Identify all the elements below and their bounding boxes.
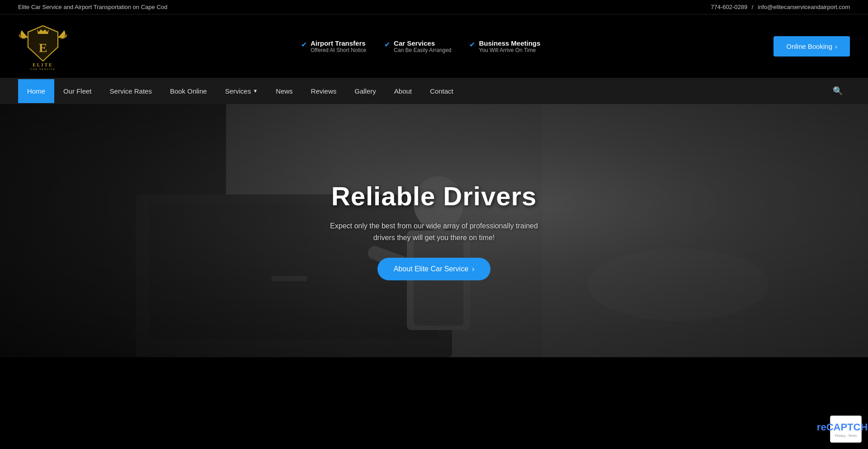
booking-label: Online Booking: [786, 43, 832, 50]
hero-cta-label: About Elite Car Service: [394, 265, 468, 273]
hero-cta-arrow: ›: [472, 265, 474, 273]
online-booking-button[interactable]: Online Booking ›: [774, 36, 850, 57]
feature-title-3: Business Meetings: [479, 39, 540, 47]
feature-title-1: Airport Transfers: [311, 39, 366, 47]
hero-content: Reliable Drivers Expect only the best fr…: [321, 172, 547, 289]
feature-title-2: Car Services: [394, 39, 451, 47]
feature-car-services: ✔ Car Services Can Be Easily Arranged: [384, 39, 451, 53]
svg-text:ELITE: ELITE: [33, 62, 53, 67]
main-nav: Home Our Fleet Service Rates Book Online…: [0, 78, 868, 104]
svg-text:E: E: [39, 41, 47, 55]
feature-business-meetings: ✔ Business Meetings You Will Arrive On T…: [469, 39, 540, 53]
booking-arrow: ›: [835, 43, 837, 50]
nav-about[interactable]: About: [385, 79, 421, 103]
hero-subtitle: Expect only the best from our wide array…: [330, 220, 538, 243]
check-icon-3: ✔: [469, 40, 475, 49]
nav-service-rates[interactable]: Service Rates: [101, 79, 161, 103]
hero-section: Reliable Drivers Expect only the best fr…: [0, 104, 868, 357]
header: E ELITE CAR SERVICE ✔ Airport Transfers …: [0, 14, 868, 78]
email-link[interactable]: info@elitecarserviceandairport.com: [758, 4, 850, 10]
nav-our-fleet[interactable]: Our Fleet: [54, 79, 101, 103]
feature-sub-2: Can Be Easily Arranged: [394, 47, 451, 53]
nav-services[interactable]: Services ▼: [216, 79, 267, 103]
feature-sub-1: Offered At Short Notice: [311, 47, 366, 53]
nav-book-online[interactable]: Book Online: [161, 79, 216, 103]
hero-cta-button[interactable]: About Elite Car Service ›: [377, 258, 491, 280]
top-bar: Elite Car Service and Airport Transporta…: [0, 0, 868, 14]
nav-gallery[interactable]: Gallery: [345, 79, 385, 103]
check-icon-1: ✔: [301, 40, 307, 49]
nav-reviews[interactable]: Reviews: [302, 79, 346, 103]
tagline: Elite Car Service and Airport Transporta…: [18, 4, 167, 10]
nav-home[interactable]: Home: [18, 79, 54, 103]
dropdown-arrow-icon: ▼: [253, 88, 258, 94]
features-list: ✔ Airport Transfers Offered At Short Not…: [301, 39, 540, 53]
separator: /: [752, 4, 754, 10]
nav-contact[interactable]: Contact: [421, 79, 462, 103]
nav-news[interactable]: News: [267, 79, 302, 103]
feature-airport-transfers: ✔ Airport Transfers Offered At Short Not…: [301, 39, 366, 53]
hero-title: Reliable Drivers: [330, 181, 538, 211]
search-icon[interactable]: 🔍: [826, 78, 850, 104]
logo-svg: E ELITE CAR SERVICE: [18, 21, 68, 71]
logo-area: E ELITE CAR SERVICE: [18, 21, 68, 71]
check-icon-2: ✔: [384, 40, 390, 49]
contact-info: 774-602-0289 / info@elitecarserviceandai…: [711, 4, 850, 10]
phone[interactable]: 774-602-0289: [711, 4, 747, 10]
svg-text:CAR SERVICE: CAR SERVICE: [30, 68, 56, 71]
feature-sub-3: You Will Arrive On Time: [479, 47, 540, 53]
